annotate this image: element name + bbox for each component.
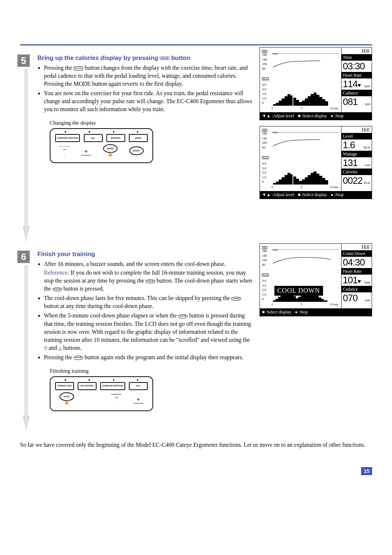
flow-arrow-icon: [23, 265, 29, 432]
tick: 4.0: [262, 82, 266, 87]
up-triangle-icon: △: [58, 345, 62, 352]
tick: 180: [262, 53, 267, 57]
hand-pointer-icon: ☝: [60, 400, 74, 405]
lcd-footer: ■ :Select display ● :Stop: [260, 308, 372, 316]
constant-wattage-button[interactable]: CONSTANT WATTAGE: [55, 134, 80, 142]
metric-label: Count Down: [342, 251, 372, 257]
stop-icon: STOP: [178, 314, 188, 319]
tick: 140: [262, 57, 267, 62]
mode-icon: MODE: [74, 66, 83, 71]
step-5-body: Pressing the MODE button changes from th…: [37, 64, 252, 113]
metric-value: 070: [343, 292, 358, 304]
heart-icon: ♥: [358, 82, 361, 89]
stop-icon: STOP: [146, 279, 155, 284]
metric-value: 081: [343, 96, 358, 108]
hill-button[interactable]: HILL: [84, 134, 103, 142]
mode-icon: MODE: [160, 57, 170, 60]
metric-unit: bpm: [364, 84, 370, 88]
footer-item: ▼▲ :Adjust level: [262, 192, 294, 198]
control-panel-changing: CONSTANT WATTAGE HILL INTERVAL QUICK − +…: [50, 128, 153, 163]
step-5-title: Bring up the calories display by pressin…: [37, 54, 252, 62]
footer-item: ● :Stop: [295, 309, 308, 315]
footer-item: ■ :Select display: [298, 113, 327, 119]
metric-label: Wattage: [342, 151, 372, 157]
hr-curve: [273, 139, 335, 147]
metric-value: 114: [343, 78, 358, 90]
metric-value: 131: [343, 157, 358, 169]
bullet: You are now on the exerciser for your fi…: [44, 89, 252, 113]
bullet: After 16 minutes, a buzzer sounds, and t…: [44, 260, 252, 293]
hr-curve: [273, 256, 335, 264]
lcd-display-3: HR 18014010060 max kg·m 4.03.02.01.00 05…: [260, 243, 372, 316]
tick: 60: [262, 66, 267, 71]
cooldown-overlay: COOL DOWN: [274, 286, 323, 296]
quick-button[interactable]: QUICK: [129, 134, 148, 142]
hand-pointer-icon: ☝: [103, 151, 118, 157]
footer-item: ● :Stop: [331, 113, 344, 119]
page-number: 15: [361, 467, 372, 475]
metric-label: Calories: [342, 169, 372, 175]
stop-icon: STOP: [231, 297, 241, 301]
metric-label: Heart Rate: [342, 72, 372, 78]
heart-icon: ♥: [358, 278, 361, 285]
hill-bars: [273, 166, 335, 185]
tick: 5: [301, 107, 302, 110]
metric-label: Cadance: [342, 90, 372, 96]
panel-caption: Finishing training: [50, 368, 252, 374]
kgm-label: kg·m: [262, 77, 269, 80]
lcd-footer: ▼▲ :Adjust level ■ :Select display ● :St…: [260, 191, 372, 199]
lcd-display-1: HR 180 140 100 60 max: [260, 47, 372, 120]
closing-paragraph: So far we have covered only the beginnin…: [20, 441, 372, 449]
step-5-number: 5: [17, 54, 30, 67]
metric-label: Cadance: [342, 286, 372, 292]
stop-icon: STOP: [74, 356, 83, 360]
metric-value: 0022: [343, 175, 363, 186]
metric-label: Heart Rate: [342, 268, 372, 275]
tick: 2.0: [262, 92, 266, 96]
metric-unit: watt: [365, 163, 371, 167]
step-6-body: After 16 minutes, a buzzer sounds, and t…: [37, 260, 252, 361]
step-6-number: 6: [17, 251, 30, 263]
tick: 10: [330, 107, 333, 110]
tick: 1.0: [262, 96, 266, 101]
down-triangle-icon: ▽: [44, 345, 47, 352]
fitness-test-button[interactable]: FITNESS TEST: [55, 382, 74, 390]
hill-button[interactable]: HILL: [129, 382, 148, 390]
metric-value: 04:30: [343, 257, 365, 268]
bullet: The cool-down phase lasts for five minut…: [44, 294, 252, 310]
constant-wattage-button[interactable]: CONSTANT WATTAGE: [100, 382, 125, 390]
bullet: When the 5-minute cool-down phase elapse…: [44, 312, 252, 352]
metric-value: 101: [343, 275, 358, 286]
metric-unit: rpm: [365, 102, 371, 106]
kgm-label: kg·m: [262, 274, 269, 276]
control-panel-finishing: FITNESS TEST HR CONTROL CONSTANT WATTAGE…: [50, 376, 153, 411]
hr-control-button[interactable]: HR CONTROL: [78, 382, 97, 390]
interval-button[interactable]: INTERVAL: [106, 134, 125, 142]
start-button[interactable]: START: [129, 146, 144, 155]
title-text: Bring up the calories display by pressin…: [37, 54, 160, 61]
tick: 3.0: [262, 87, 266, 92]
metric-value: 03:30: [343, 61, 365, 72]
metric-label: Level: [342, 133, 372, 139]
mode-indicator: Hill: [342, 244, 372, 251]
panel-caption: Changing the display: [50, 120, 252, 126]
flow-arrow-icon: [23, 69, 29, 243]
tick: 100: [262, 62, 267, 66]
metric-unit: bpm: [364, 280, 370, 284]
metric-unit: kg·m: [364, 145, 370, 149]
reference-label: Reference:: [44, 270, 69, 276]
tick: 0: [262, 101, 266, 105]
footer-item: ■ :Select display: [262, 309, 291, 315]
metric-unit: Kcal: [364, 181, 370, 185]
title-text: button: [170, 54, 191, 61]
lcd-display-2: HR 18014010060 max kg·m 4.03.02.01.00: [260, 126, 372, 199]
x-unit: min: [334, 107, 338, 110]
stop-icon: STOP: [53, 287, 62, 292]
footer-item: ▼▲ :Adjust level: [262, 113, 294, 119]
metric-value: 1.6: [343, 139, 355, 151]
footer-item: ■ :Select display: [298, 192, 327, 198]
tick: 0: [271, 107, 273, 110]
header-rule: [20, 44, 372, 45]
kgm-label: kg·m: [262, 156, 269, 159]
footer-item: ● :Stop: [331, 192, 344, 198]
